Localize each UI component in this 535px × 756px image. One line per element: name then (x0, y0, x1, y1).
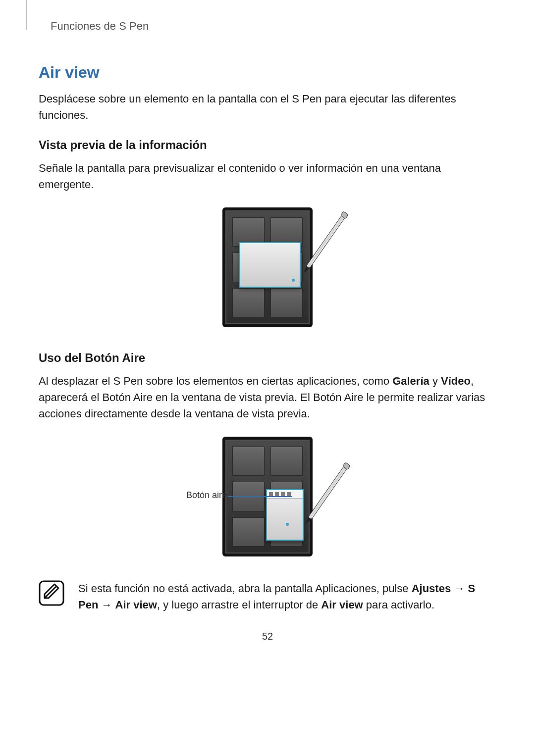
thumbnail (232, 517, 265, 547)
section-intro: Desplácese sobre un elemento en la panta… (39, 91, 496, 123)
thumbnail (270, 288, 303, 317)
bold-air-view: Air view (115, 599, 157, 611)
stylus-icon (279, 454, 369, 543)
page-content: Funciones de S Pen Air view Desplácese s… (0, 0, 535, 613)
bold-video: Vídeo (441, 375, 471, 387)
note-text: Si esta función no está activada, abra l… (78, 580, 496, 613)
subheading-air-button-body: Al desplazar el S Pen sobre los elemento… (39, 373, 496, 422)
arrow: → (451, 582, 468, 595)
page-number: 52 (0, 631, 535, 642)
air-button-icon (275, 492, 279, 496)
text: Al desplazar el S Pen sobre los elemento… (39, 375, 392, 387)
subheading-preview: Vista previa de la información (39, 138, 496, 152)
header-rule (26, 0, 27, 30)
text: Si esta función no está activada, abra l… (78, 582, 412, 595)
text: y (429, 375, 441, 387)
svg-rect-6 (40, 581, 63, 605)
air-button-icon (269, 492, 273, 496)
text: para activarlo. (363, 599, 434, 611)
note-block: Si esta función no está activada, abra l… (39, 580, 496, 613)
arrow: → (98, 599, 115, 611)
bold-ajustes: Ajustes (412, 582, 451, 595)
callout-label-air-button: Botón aire (186, 490, 231, 501)
svg-rect-0 (306, 213, 346, 268)
section-title: Air view (39, 63, 496, 82)
breadcrumb: Funciones de S Pen (51, 20, 496, 33)
note-icon (39, 580, 64, 606)
text: , y luego arrastre el interruptor de (157, 599, 321, 611)
thumbnail (232, 447, 265, 476)
subheading-preview-body: Señale la pantalla para previsualizar el… (39, 160, 496, 193)
thumbnail (232, 288, 265, 317)
bold-galeria: Galería (392, 375, 429, 387)
callout-leader-line (228, 496, 292, 497)
bold-air-view-2: Air view (321, 599, 363, 611)
figure-air-button: Botón aire (39, 437, 496, 565)
svg-rect-3 (308, 464, 348, 519)
stylus-icon (277, 202, 367, 292)
figure-air-view-preview (39, 207, 496, 336)
subheading-air-button: Uso del Botón Aire (39, 351, 496, 365)
